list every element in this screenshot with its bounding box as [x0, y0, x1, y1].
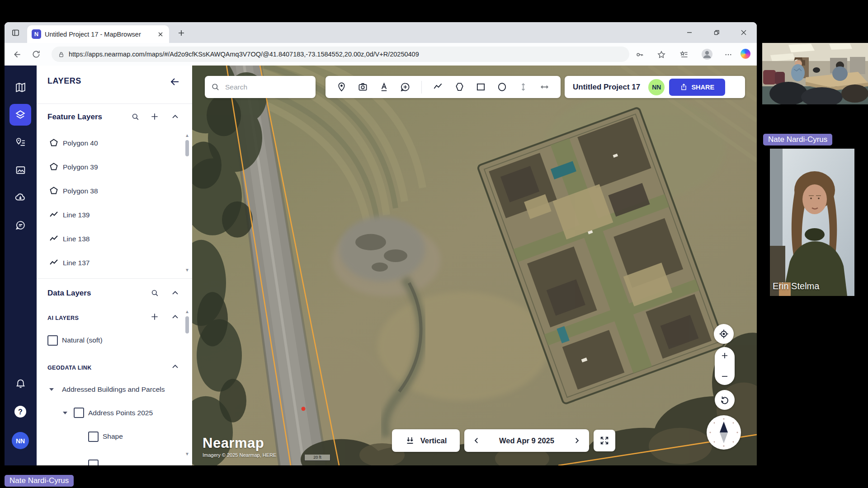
imagery-icon[interactable]: [9, 159, 31, 181]
aerial-imagery[interactable]: [192, 66, 757, 465]
layer-item[interactable]: Polygon 40: [63, 139, 98, 147]
layer-item[interactable]: Line 137: [63, 259, 90, 267]
feature-collapse-icon[interactable]: [170, 111, 180, 122]
shape-checkbox[interactable]: [88, 432, 99, 442]
refresh-icon[interactable]: [30, 48, 42, 61]
line-layer-icon: [48, 234, 59, 244]
scrollbar-thumb[interactable]: [185, 316, 189, 333]
scrollbar-thumb[interactable]: [185, 140, 189, 156]
fullscreen-icon: [599, 436, 609, 446]
scroll-down-icon[interactable]: ▼: [185, 452, 189, 456]
scroll-up-icon[interactable]: ▲: [185, 133, 189, 138]
rotate-reset-button[interactable]: [715, 390, 735, 410]
draw-line-icon[interactable]: [433, 82, 443, 92]
tab-strip: N Untitled Project 17 - MapBrowser: [5, 22, 757, 43]
svg-text:NN: NN: [16, 437, 25, 445]
divider: [37, 103, 192, 104]
collaborator-avatar[interactable]: NN: [648, 79, 665, 95]
feature-search-icon[interactable]: [130, 111, 141, 122]
ai-add-icon[interactable]: [149, 311, 160, 322]
geodata-collapse-icon[interactable]: [170, 361, 180, 372]
locate-me-button[interactable]: [714, 324, 734, 344]
scroll-up-icon[interactable]: ▲: [185, 310, 189, 314]
tab-close-icon[interactable]: [156, 30, 165, 38]
fullscreen-button[interactable]: [594, 430, 615, 451]
copilot-icon[interactable]: [741, 49, 750, 59]
data-search-icon[interactable]: [149, 287, 160, 298]
tab-actions-icon[interactable]: [10, 27, 21, 38]
vertical-view-button[interactable]: Vertical: [392, 429, 460, 452]
notifications-bell-icon[interactable]: [9, 373, 31, 394]
expand-caret-icon[interactable]: [49, 388, 54, 391]
layers-icon[interactable]: [9, 104, 31, 126]
browser-tab[interactable]: N Untitled Project 17 - MapBrowser: [27, 25, 169, 43]
comment-add-icon[interactable]: [400, 82, 410, 92]
compass[interactable]: [707, 415, 741, 450]
vertical-label: Vertical: [420, 436, 447, 445]
help-icon[interactable]: ?: [9, 401, 31, 422]
collections-icon[interactable]: [678, 49, 690, 61]
share-button[interactable]: SHARE: [669, 79, 725, 96]
ai-collapse-icon[interactable]: [170, 311, 180, 322]
prev-date-icon[interactable]: [472, 436, 481, 445]
user-avatar[interactable]: NN: [9, 430, 31, 451]
map-toolbar: [326, 76, 561, 98]
map-view-icon[interactable]: [9, 76, 31, 98]
measure-distance-icon[interactable]: [539, 82, 550, 92]
panel-title: LAYERS: [47, 76, 81, 86]
feature-add-icon[interactable]: [149, 111, 160, 122]
scroll-down-icon[interactable]: ▼: [185, 268, 189, 272]
window-close-icon[interactable]: [737, 26, 750, 39]
map-point-marker[interactable]: [302, 407, 306, 411]
polygon-layer-icon: [48, 162, 59, 173]
tree-item[interactable]: Addressed Buildings and Parcels: [62, 385, 165, 394]
back-icon[interactable]: [11, 48, 24, 61]
new-tab-icon[interactable]: [176, 28, 186, 38]
ai-layers-title: AI LAYERS: [47, 315, 79, 321]
layer-item[interactable]: Line 138: [63, 235, 90, 243]
checkbox-label: Natural (soft): [62, 336, 103, 344]
more-menu-icon[interactable]: [722, 49, 734, 61]
search-input[interactable]: [224, 83, 303, 92]
drop-pin-icon[interactable]: [336, 82, 347, 92]
browser-toolbar: https://apps.nearmap.com/maps/#/Ad2o9cfK…: [5, 43, 757, 66]
tree-item[interactable]: Shape: [103, 432, 123, 441]
address-points-checkbox[interactable]: [74, 408, 84, 418]
expand-caret-icon[interactable]: [63, 412, 67, 414]
layer-item[interactable]: Polygon 39: [63, 163, 98, 171]
zoom-out-icon[interactable]: [721, 372, 729, 380]
scale-bar: 20 ft: [304, 455, 330, 461]
layer-item[interactable]: Line 139: [63, 211, 90, 219]
natural-soft-checkbox[interactable]: [47, 335, 58, 346]
screenshot-camera-icon[interactable]: [358, 82, 368, 92]
project-title[interactable]: Untitled Project 17: [573, 83, 640, 92]
measure-height-icon[interactable]: [518, 82, 528, 92]
data-collapse-icon[interactable]: [170, 287, 180, 298]
draw-polygon-icon[interactable]: [454, 82, 465, 92]
password-key-icon[interactable]: [634, 49, 646, 61]
vertical-icon: [405, 436, 415, 446]
export-cloud-icon[interactable]: [9, 187, 31, 208]
layer-item[interactable]: Polygon 38: [63, 187, 98, 195]
comments-icon[interactable]: [9, 214, 31, 236]
draw-rectangle-icon[interactable]: [476, 82, 486, 92]
tree-item[interactable]: Address Points 2025: [88, 409, 153, 417]
map-search[interactable]: [205, 76, 316, 98]
address-bar[interactable]: https://apps.nearmap.com/maps/#/Ad2o9cfK…: [52, 47, 629, 62]
geodata-link-title: GEODATA LINK: [47, 365, 92, 371]
date-label[interactable]: Wed Apr 9 2025: [499, 436, 554, 445]
profile-avatar-icon[interactable]: [701, 48, 713, 61]
saved-locations-icon[interactable]: [9, 131, 31, 153]
map-canvas[interactable]: Untitled Project 17 NN SHARE: [192, 66, 757, 465]
text-label-icon[interactable]: [379, 82, 389, 92]
next-date-icon[interactable]: [573, 436, 581, 445]
window-restore-icon[interactable]: [710, 26, 723, 39]
draw-ellipse-icon[interactable]: [497, 82, 507, 92]
partial-checkbox[interactable]: [88, 460, 99, 465]
favorite-star-icon[interactable]: [656, 49, 667, 61]
participant-video-room: [762, 43, 868, 104]
collapse-panel-icon[interactable]: [169, 75, 181, 88]
participant-video-portrait: Erin Stelma: [770, 149, 854, 296]
window-minimize-icon[interactable]: [683, 26, 696, 39]
zoom-in-icon[interactable]: [721, 352, 729, 360]
